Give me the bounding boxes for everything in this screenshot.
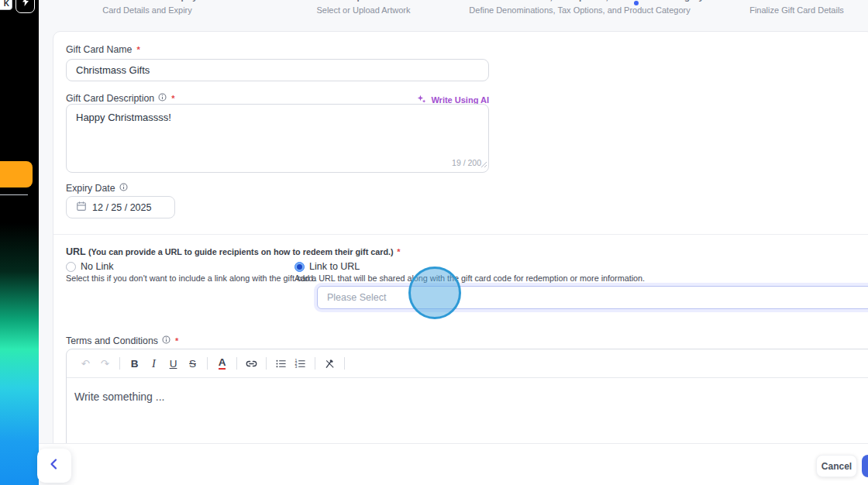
bullet-list-icon[interactable] xyxy=(271,354,291,373)
sidebar-divider xyxy=(0,194,28,195)
redo-icon[interactable]: ↷ xyxy=(95,354,115,373)
textarea-resize-handle[interactable] xyxy=(480,157,487,171)
lightning-icon-button[interactable] xyxy=(16,0,35,13)
italic-icon[interactable]: I xyxy=(144,354,164,373)
info-icon[interactable] xyxy=(162,335,170,346)
radio-unselected-icon[interactable] xyxy=(66,262,76,272)
gift-card-description-textarea[interactable]: Happy Christmassss! xyxy=(66,104,489,173)
step-finalize[interactable]: Finalize Gift Card Details xyxy=(749,5,844,15)
required-asterisk: * xyxy=(397,247,400,256)
step-card-details[interactable]: Card Details and Expiry xyxy=(102,5,192,15)
footer-bar: Cancel xyxy=(39,443,868,485)
gift-card-name-input[interactable] xyxy=(66,59,489,81)
url-select-dropdown[interactable]: Please Select xyxy=(317,286,868,309)
stepper-clipped-title: Card Details and Expiry xyxy=(97,0,197,2)
next-button[interactable] xyxy=(862,455,868,477)
stepper-clipped-title: Define Denominations, Tax Options, and P… xyxy=(456,0,704,2)
gift-card-form-screen: K Card Details and Expiry Select or Uplo… xyxy=(0,0,868,485)
terms-placeholder: Write something ... xyxy=(74,390,164,403)
terms-editor-body[interactable]: Write something ... xyxy=(67,378,868,415)
no-link-helper: Select this if you don't want to include… xyxy=(66,273,315,283)
card-details-form: Gift Card Name * Gift Card Description *… xyxy=(53,31,868,485)
step-denominations[interactable]: Define Denominations, Tax Options, and P… xyxy=(469,5,690,15)
step-artwork[interactable]: Select or Upload Artwork xyxy=(316,5,410,15)
url-hint: (You can provide a URL to guide recipien… xyxy=(88,247,394,256)
link-to-url-helper: Add a URL that will be shared along with… xyxy=(294,273,645,283)
link-to-url-label: Link to URL xyxy=(309,261,360,272)
expiry-date-label: Expiry Date xyxy=(66,183,128,194)
click-indicator xyxy=(408,267,461,319)
lightning-icon xyxy=(21,0,30,10)
required-asterisk: * xyxy=(175,336,178,346)
strikethrough-icon[interactable]: S xyxy=(183,354,202,373)
info-icon[interactable] xyxy=(119,183,128,194)
radio-selected-icon[interactable] xyxy=(294,262,305,272)
required-asterisk: * xyxy=(136,45,140,54)
gift-card-name-label: Gift Card Name * xyxy=(66,44,140,55)
bold-icon[interactable]: B xyxy=(125,354,144,373)
link-to-url-radio[interactable]: Link to URL xyxy=(294,261,360,272)
underline-icon[interactable]: U xyxy=(164,354,183,373)
svg-text:3: 3 xyxy=(295,363,298,368)
link-icon[interactable] xyxy=(242,354,261,373)
editor-toolbar: ↶ ↷ B I U S A 123 xyxy=(67,349,868,378)
k-logo-badge[interactable]: K xyxy=(0,0,12,10)
app-sidebar: K xyxy=(0,0,39,485)
cancel-button[interactable]: Cancel xyxy=(816,455,857,477)
no-link-radio[interactable]: No Link xyxy=(66,261,113,272)
no-link-label: No Link xyxy=(81,261,113,272)
stepper-clipped-title: Finalize Gift Card Details xyxy=(744,0,849,2)
undo-icon[interactable]: ↶ xyxy=(76,354,95,373)
ordered-list-icon[interactable]: 123 xyxy=(291,354,310,373)
text-color-icon[interactable]: A xyxy=(212,354,232,373)
calendar-icon xyxy=(76,201,87,214)
chevron-left-icon xyxy=(47,457,61,474)
url-label-row: URL (You can provide a URL to guide reci… xyxy=(66,246,400,257)
expiry-date-input[interactable]: 12 / 25 / 2025 xyxy=(66,196,175,218)
clear-formatting-icon[interactable] xyxy=(320,354,339,373)
url-select-placeholder: Please Select xyxy=(327,292,386,303)
terms-label: Terms and Conditions * xyxy=(66,335,178,346)
section-divider xyxy=(53,234,868,235)
sidebar-active-item[interactable] xyxy=(0,161,33,187)
description-field-wrap: Happy Christmassss! 19 / 200 xyxy=(66,104,489,173)
url-label: URL xyxy=(66,246,85,257)
stepper-clipped-title: Select or Upload Artwork xyxy=(311,0,417,2)
char-counter: 19 / 200 xyxy=(452,158,481,167)
back-button[interactable] xyxy=(37,449,71,483)
expiry-date-value: 12 / 25 / 2025 xyxy=(92,202,151,213)
